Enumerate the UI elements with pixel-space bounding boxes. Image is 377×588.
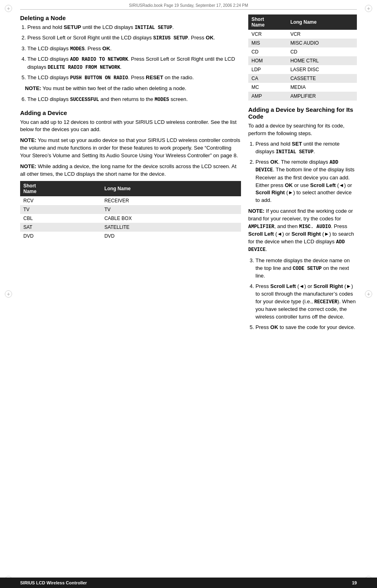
note-1: NOTE: You must be within two feet of the… [25,85,241,93]
rtable-row-short-6: MC [248,83,287,92]
rtable-row-short-2: CD [248,47,287,56]
step-4: The LCD displays ADD RADIO TO NETWORK. P… [27,56,241,71]
reg-mark-tl [5,5,12,12]
reg-mark-mr [365,290,372,298]
table-row-short-1: TV [20,205,101,214]
search-steps-list-cont: The remote displays the device name on t… [248,257,357,331]
note-text-2: You must set up your audio device so tha… [20,137,240,158]
ok-bold-3: OK [270,159,278,165]
bottom-bar: SIRIUS LCD Wireless Controller 19 [0,578,377,588]
scroll-right-bold-3: Scroll Right [313,283,343,289]
table-row-short-4: DVD [20,232,101,241]
right-column: ShortName Long Name VCRVCRMISMISC AUDIOC… [248,14,357,576]
file-info: SIRIUSRadio.book Page 19 Sunday, Septemb… [129,3,248,8]
note-2: NOTE: You must set up your audio device … [20,137,241,160]
scroll-left-bold-3: Scroll Left [270,283,296,289]
table-row-long-3: SATELLITE [101,223,241,232]
rtable-row-short-1: MIS [248,39,287,47]
search-step-4: Press Scroll Left (◄) or Scroll Right (►… [255,283,357,321]
note-label-1: NOTE: [25,85,41,91]
ok-bold-1: OK [206,35,214,41]
lcd-initial-setup-1: INITIAL SETUP [135,25,173,31]
rtable-row-short-3: HOM [248,56,287,65]
table-row-long-0: RECEIVER [101,196,241,205]
lcd-add-radio: ADD RADIO TO NETWORK [70,57,128,62]
note-text-1: You must be within two feet of the radio… [43,85,186,91]
scroll-right-bold-2: Scroll Right [292,231,321,237]
step-5: The LCD displays PUSH BUTTON ON RADIO. P… [27,74,241,82]
lcd-push-button: PUSH BUTTON ON RADIO [70,75,128,81]
ok-bold-4: OK [285,182,293,188]
rtable-row-long-5: CASSETTE [287,74,357,83]
search-steps-list: Press and hold SET until the remote disp… [248,140,357,204]
lcd-modes-1: MODES [70,46,84,52]
left-table-body: RCVRECEIVERTVTVCBLCABLE BOXSATSATELLITED… [20,196,241,241]
reg-mark-tr [365,5,372,12]
note-label-2: NOTE: [20,137,36,143]
note-text-3: While adding a device, the long name for… [20,163,237,177]
lcd-code-setup: CODE SETUP [293,266,322,271]
ok-bold-5: OK [270,324,278,330]
lcd-add-device-1: ADD DEVICE [255,160,338,173]
search-step-5: Press OK to save the code for your devic… [255,324,357,331]
rtable-row-long-4: LASER DISC [287,65,357,74]
note-3: NOTE: While adding a device, the long na… [20,163,241,178]
step-1: Press and hold SETUP until the LCD displ… [27,24,241,31]
lcd-amplifier: AMPLIFIER [248,224,274,230]
lcd-modes-2: MODES [155,97,169,103]
left-column: Deleting a Node Press and hold SETUP unt… [20,14,241,576]
note-label-4: NOTE: [248,208,264,214]
table-row-short-0: RCV [20,196,101,205]
rtable-row-short-0: VCR [248,30,287,39]
brand-label: SIRIUS LCD Wireless Controller [20,580,87,585]
rtable-row-short-7: AMP [248,92,287,101]
reset-bold: RESET [146,74,163,80]
step-6: The LCD displays SUCCESSFUL and then ret… [27,96,241,103]
lcd-misc-audio: MISC. AUDIO [299,224,331,230]
rtable-right-col-header: Long Name [287,14,357,30]
device-table-left: ShortName Long Name RCVRECEIVERTVTVCBLCA… [20,181,241,241]
step-3: The LCD displays MODES. Press OK. [27,45,241,53]
deleting-steps-list: Press and hold SETUP until the LCD displ… [20,24,241,82]
rtable-left-col-header: ShortName [248,14,287,30]
table-row-long-4: DVD [101,232,241,241]
right-table-top-body: VCRVCRMISMISC AUDIOCDCDHOMHOME CTRLLDPLA… [248,30,357,101]
setup-bold: SETUP [64,24,81,30]
step-2: Press Scroll Left or Scroll Right until … [27,34,241,42]
adding-intro: You can add up to 12 devices to control … [20,119,241,134]
search-intro: To add a device by searching for its cod… [248,122,357,138]
rtable-row-long-7: AMPLIFIER [287,92,357,101]
table-row-long-1: TV [101,205,241,214]
reg-mark-ml [5,290,12,298]
rtable-row-long-3: HOME CTRL [287,56,357,65]
note-text-4: If you cannot find the working code or b… [248,208,354,252]
table-right-col-header: Long Name [101,181,241,196]
rtable-row-long-2: CD [287,47,357,56]
rtable-row-long-1: MISC AUDIO [287,39,357,47]
page-container: SIRIUSRadio.book Page 19 Sunday, Septemb… [0,0,377,588]
device-table-right: ShortName Long Name VCRVCRMISMISC AUDIOC… [248,14,357,101]
ok-bold-2: OK [102,45,110,51]
table-row-short-2: CBL [20,214,101,223]
scroll-left-bold-2: Scroll Left [248,231,274,237]
set-bold: SET [292,141,302,147]
rtable-row-long-0: VCR [287,30,357,39]
deleting-steps-list-cont: The LCD displays SUCCESSFUL and then ret… [20,96,241,103]
lcd-sirius-setup: SIRIUS SETUP [153,35,188,41]
search-step-2: Press OK. The remote displays ADD DEVICE… [255,158,357,204]
lcd-delete-radio: DELETE RADIO FROM NETWORK [48,65,120,70]
rtable-row-long-6: MEDIA [287,83,357,92]
top-meta: SIRIUSRadio.book Page 19 Sunday, Septemb… [20,3,357,10]
content-area: Deleting a Node Press and hold SETUP unt… [20,14,357,576]
lcd-initial-setup-2: INITIAL SETUP [276,149,314,155]
note-label-3: NOTE: [20,163,36,169]
lcd-receiver: RECEIVER [314,299,338,305]
section-deleting-heading: Deleting a Node [20,14,241,21]
rtable-row-short-5: CA [248,74,287,83]
search-step-3: The remote displays the device name on t… [255,257,357,280]
section-adding-heading: Adding a Device [20,109,241,116]
lcd-successful: SUCCESSFUL [70,97,99,103]
lcd-add-device-2: ADD DEVICE [248,239,345,253]
search-step-1: Press and hold SET until the remote disp… [255,140,357,156]
table-left-col-header: ShortName [20,181,101,196]
